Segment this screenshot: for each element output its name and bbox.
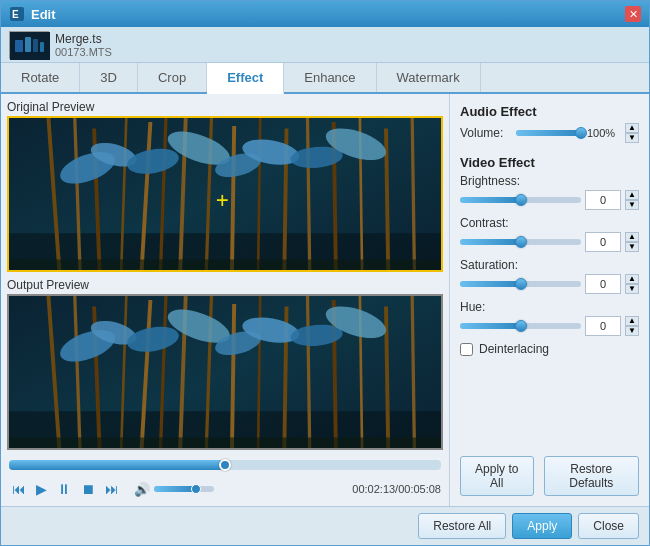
volume-slider-thumb[interactable] bbox=[191, 484, 201, 494]
step-back-button[interactable]: ⏮ bbox=[9, 480, 29, 498]
hue-spinner[interactable]: ▲ ▼ bbox=[625, 316, 639, 336]
brightness-up-btn[interactable]: ▲ bbox=[625, 190, 639, 200]
volume-down-btn[interactable]: ▼ bbox=[625, 133, 639, 143]
saturation-label-row: Saturation: bbox=[460, 258, 639, 272]
original-preview-label: Original Preview bbox=[7, 100, 443, 114]
svg-rect-33 bbox=[9, 259, 441, 270]
right-panel: Audio Effect Volume: 100% ▲ ▼ Video E bbox=[449, 94, 649, 506]
step-fwd-button[interactable]: ⏭ bbox=[102, 480, 122, 498]
play-button[interactable]: ▶ bbox=[33, 480, 50, 498]
restore-all-button[interactable]: Restore All bbox=[418, 513, 506, 539]
brightness-control-row: ▲ ▼ bbox=[460, 190, 639, 210]
tab-bar: Rotate 3D Crop Effect Enhance Watermark bbox=[1, 63, 649, 94]
svg-rect-4 bbox=[25, 37, 31, 52]
contrast-label-row: Contrast: bbox=[460, 216, 639, 230]
contrast-up-btn[interactable]: ▲ bbox=[625, 232, 639, 242]
apply-button[interactable]: Apply bbox=[512, 513, 572, 539]
volume-pct: 100% bbox=[587, 127, 619, 139]
output-preview-section: Output Preview bbox=[7, 278, 443, 450]
tab-rotate[interactable]: Rotate bbox=[1, 63, 80, 92]
brightness-spinner[interactable]: ▲ ▼ bbox=[625, 190, 639, 210]
contrast-input[interactable] bbox=[585, 232, 621, 252]
tab-crop[interactable]: Crop bbox=[138, 63, 207, 92]
contrast-control-row: ▲ ▼ bbox=[460, 232, 639, 252]
spacer bbox=[460, 364, 639, 448]
apply-to-all-button[interactable]: Apply to All bbox=[460, 456, 534, 496]
contrast-spinner[interactable]: ▲ ▼ bbox=[625, 232, 639, 252]
app-icon: E bbox=[9, 6, 25, 22]
hue-label: Hue: bbox=[460, 300, 532, 314]
svg-rect-61 bbox=[9, 437, 441, 448]
deinterlacing-label: Deinterlacing bbox=[479, 342, 549, 356]
volume-slider-fill bbox=[154, 486, 196, 492]
saturation-down-btn[interactable]: ▼ bbox=[625, 284, 639, 294]
volume-spinner[interactable]: ▲ ▼ bbox=[625, 123, 639, 143]
hue-row-group: Hue: ▲ ▼ bbox=[460, 300, 639, 336]
tab-effect[interactable]: Effect bbox=[207, 63, 284, 94]
effect-action-row: Apply to All Restore Defaults bbox=[460, 456, 639, 496]
svg-rect-6 bbox=[40, 42, 44, 52]
brightness-label-row: Brightness: bbox=[460, 174, 639, 188]
contrast-label: Contrast: bbox=[460, 216, 532, 230]
saturation-fill bbox=[460, 281, 521, 287]
close-window-button[interactable]: ✕ bbox=[625, 6, 641, 22]
pause-button[interactable]: ⏸ bbox=[54, 480, 74, 498]
saturation-thumb[interactable] bbox=[515, 278, 527, 290]
svg-line-17 bbox=[232, 126, 235, 270]
brightness-slider[interactable] bbox=[460, 197, 581, 203]
saturation-label: Saturation: bbox=[460, 258, 532, 272]
saturation-up-btn[interactable]: ▲ bbox=[625, 274, 639, 284]
volume-track[interactable] bbox=[516, 130, 581, 136]
volume-icon: 🔊 bbox=[134, 482, 150, 497]
file-thumbnail bbox=[9, 31, 49, 59]
hue-slider[interactable] bbox=[460, 323, 581, 329]
saturation-slider[interactable] bbox=[460, 281, 581, 287]
brightness-input[interactable] bbox=[585, 190, 621, 210]
contrast-slider[interactable] bbox=[460, 239, 581, 245]
tab-3d[interactable]: 3D bbox=[80, 63, 138, 92]
volume-up-btn[interactable]: ▲ bbox=[625, 123, 639, 133]
tab-enhance[interactable]: Enhance bbox=[284, 63, 376, 92]
volume-slider[interactable] bbox=[154, 486, 214, 492]
volume-row: Volume: 100% ▲ ▼ bbox=[460, 123, 639, 143]
restore-defaults-button[interactable]: Restore Defaults bbox=[544, 456, 639, 496]
hue-up-btn[interactable]: ▲ bbox=[625, 316, 639, 326]
deinterlacing-checkbox[interactable] bbox=[460, 343, 473, 356]
brightness-label: Brightness: bbox=[460, 174, 532, 188]
svg-text:E: E bbox=[12, 9, 19, 20]
svg-line-23 bbox=[386, 129, 389, 270]
contrast-thumb[interactable] bbox=[515, 236, 527, 248]
progress-bar[interactable] bbox=[9, 460, 441, 470]
volume-fill bbox=[516, 130, 581, 136]
file-bar: Merge.ts 00173.MTS bbox=[1, 27, 649, 63]
progress-thumb[interactable] bbox=[219, 459, 231, 471]
volume-thumb[interactable] bbox=[575, 127, 587, 139]
audio-effect-section: Audio Effect Volume: 100% ▲ ▼ bbox=[460, 104, 639, 147]
hue-input[interactable] bbox=[585, 316, 621, 336]
progress-fill bbox=[9, 460, 225, 470]
saturation-input[interactable] bbox=[585, 274, 621, 294]
saturation-spinner[interactable]: ▲ ▼ bbox=[625, 274, 639, 294]
stop-button[interactable]: ⏹ bbox=[78, 480, 98, 498]
tab-watermark[interactable]: Watermark bbox=[377, 63, 481, 92]
brightness-row-group: Brightness: ▲ ▼ bbox=[460, 174, 639, 210]
hue-down-btn[interactable]: ▼ bbox=[625, 326, 639, 336]
brightness-down-btn[interactable]: ▼ bbox=[625, 200, 639, 210]
contrast-down-btn[interactable]: ▼ bbox=[625, 242, 639, 252]
volume-label: Volume: bbox=[460, 126, 510, 140]
svg-line-45 bbox=[232, 304, 235, 448]
saturation-row-group: Saturation: ▲ ▼ bbox=[460, 258, 639, 294]
brightness-thumb[interactable] bbox=[515, 194, 527, 206]
controls-row: ⏮ ▶ ⏸ ⏹ ⏭ 🔊 00:02:13/00:05:08 bbox=[7, 478, 443, 500]
video-effect-section: Video Effect Brightness: ▲ bbox=[460, 155, 639, 356]
brightness-fill bbox=[460, 197, 521, 203]
video-effect-title: Video Effect bbox=[460, 155, 639, 170]
svg-rect-5 bbox=[33, 39, 38, 52]
title-bar: E Edit ✕ bbox=[1, 1, 649, 27]
hue-thumb[interactable] bbox=[515, 320, 527, 332]
close-button[interactable]: Close bbox=[578, 513, 639, 539]
main-content: Original Preview bbox=[1, 94, 649, 506]
hue-fill bbox=[460, 323, 521, 329]
svg-text:+: + bbox=[216, 188, 229, 212]
subfilename: 00173.MTS bbox=[55, 46, 112, 58]
